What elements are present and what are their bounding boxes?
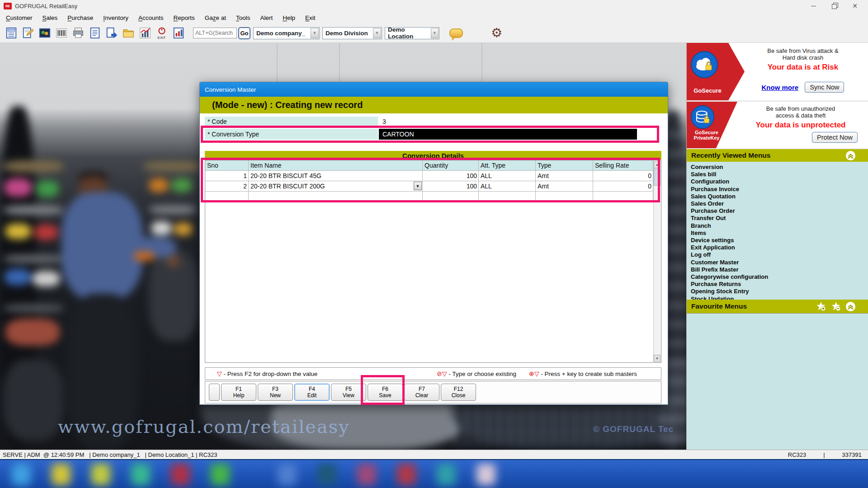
star-minus-icon[interactable]	[830, 301, 841, 312]
cell-item-name[interactable]	[249, 192, 423, 202]
document-transfer-icon[interactable]	[103, 24, 120, 42]
cell-att-type[interactable]	[479, 192, 536, 202]
f7-clear-button[interactable]: F7Clear	[404, 384, 439, 401]
chat-bubble-icon[interactable]	[449, 28, 463, 38]
exit-power-icon[interactable]: EXIT	[153, 24, 170, 42]
cell-selling-rate[interactable]: 0	[593, 181, 653, 192]
scroll-thumb[interactable]	[654, 169, 660, 186]
recent-menu-log-off[interactable]: Log off	[691, 251, 868, 258]
recent-menu-sales-order[interactable]: Sales Order	[691, 200, 868, 207]
recent-menu-purchase-order[interactable]: Purchase Order	[691, 207, 868, 215]
menu-reports[interactable]: Reports	[168, 13, 199, 23]
recent-menu-transfer-out[interactable]: Transfer Out	[691, 215, 868, 222]
company-select[interactable]: Demo company_▼	[253, 27, 320, 39]
cell-type[interactable]	[536, 192, 593, 202]
chevron-down-icon[interactable]: ▼	[431, 28, 439, 38]
menu-exit[interactable]: Exit	[300, 13, 321, 23]
f12-close-button[interactable]: F12Close	[441, 384, 476, 401]
menu-customer[interactable]: Customer	[1, 13, 38, 23]
recent-menu-conversion[interactable]: Conversion	[691, 164, 868, 171]
recent-menu-branch[interactable]: Branch	[691, 222, 868, 230]
combo-dropdown-icon[interactable]: ▼	[414, 182, 422, 190]
billing-icon[interactable]	[3, 24, 19, 42]
recent-menu-purchase-returns[interactable]: Purchase Returns	[691, 281, 868, 288]
know-more-link[interactable]: Know more	[762, 84, 799, 91]
recent-menu-exit-application[interactable]: Exit Application	[691, 244, 868, 251]
item-image-icon[interactable]	[36, 24, 53, 42]
grid-scrollbar[interactable]: ▲ ▼	[653, 161, 660, 362]
photo-shape	[5, 224, 31, 239]
location-select[interactable]: Demo Location▼	[385, 27, 439, 39]
windows-taskbar[interactable]	[0, 459, 868, 488]
menu-purchase[interactable]: Purchase	[62, 13, 98, 23]
recent-menu-device-settings[interactable]: Device settings	[691, 237, 868, 244]
cell-sno[interactable]	[205, 192, 249, 202]
print-icon[interactable]	[70, 24, 86, 42]
cell-sno[interactable]: 2	[205, 181, 249, 192]
scroll-down-icon[interactable]: ▼	[654, 355, 660, 362]
recent-menu-configuration[interactable]: Configuration	[691, 178, 868, 185]
f4-edit-button[interactable]: F4Edit	[294, 384, 330, 401]
recent-menu-items[interactable]: Items	[691, 230, 868, 237]
menu-inventory[interactable]: Inventory	[98, 13, 133, 23]
recent-menu-opening-stock-entry[interactable]: Opening Stock Entry	[691, 288, 868, 295]
f6-save-button[interactable]: F6Save	[368, 384, 403, 401]
report-icon[interactable]	[170, 24, 187, 42]
menu-accounts[interactable]: Accounts	[133, 13, 169, 23]
menu-sales[interactable]: Sales	[38, 13, 63, 23]
sales-edit-icon[interactable]	[19, 24, 36, 42]
dialog-title[interactable]: Conversion Master	[200, 82, 668, 97]
menu-tools[interactable]: Tools	[231, 13, 255, 23]
scroll-up-icon[interactable]: ▲	[654, 161, 660, 168]
recently-viewed-header[interactable]: Recently Viewed Menus	[687, 149, 868, 162]
go-button[interactable]: Go	[238, 27, 250, 39]
f3-new-button[interactable]: F3New	[258, 384, 293, 401]
sales-chart-icon[interactable]	[137, 24, 153, 42]
recent-menu-stock-updation[interactable]: Stock Updation	[691, 296, 868, 300]
favourite-menus-header[interactable]: Favourite Menus	[687, 300, 868, 313]
restore-button[interactable]	[824, 0, 844, 12]
sync-now-button[interactable]: Sync Now	[805, 82, 844, 93]
menu-alert[interactable]: Alert	[255, 13, 278, 23]
cell-sno[interactable]: 1	[205, 171, 249, 181]
cell-selling-rate[interactable]	[593, 192, 653, 202]
chevron-down-icon[interactable]: ▼	[373, 28, 381, 38]
barcode-icon[interactable]	[53, 24, 70, 42]
cell-quantity[interactable]: 100	[423, 171, 479, 181]
code-input[interactable]: 3	[379, 117, 386, 127]
collapse-icon[interactable]	[845, 150, 856, 161]
menu-help[interactable]: Help	[278, 13, 300, 23]
gear-icon[interactable]: ⚙	[491, 27, 502, 39]
f5-view-button[interactable]: F5View	[331, 384, 366, 401]
minimize-button[interactable]	[803, 0, 824, 12]
collapse-icon[interactable]	[845, 301, 856, 312]
code-row: * Code 3	[200, 117, 668, 127]
cell-item-name[interactable]: 20-20 BTR BISCUIT 200G▼	[249, 181, 423, 192]
cell-att-type[interactable]: ALL	[479, 171, 536, 181]
division-select[interactable]: Demo Division▼	[322, 27, 382, 39]
star-plus-icon[interactable]	[816, 301, 826, 312]
close-button[interactable]: ✕	[844, 0, 865, 12]
protect-now-button[interactable]: Protect Now	[812, 132, 858, 143]
blank-button[interactable]	[209, 384, 220, 401]
recent-menu-bill-prefix-master[interactable]: Bill Prefix Master	[691, 266, 868, 273]
recent-menu-sales-bill[interactable]: Sales bill	[691, 171, 868, 178]
f1-help-button[interactable]: F1Help	[221, 384, 256, 401]
recent-menu-categorywise-configuration[interactable]: Categorywise configuration	[691, 273, 868, 281]
recent-menu-customer-master[interactable]: Customer Master	[691, 259, 868, 266]
cell-item-name[interactable]: 20-20 BTR BISCUIT 45G	[249, 171, 423, 181]
search-input[interactable]	[193, 28, 237, 38]
recent-menu-sales-quotation[interactable]: Sales Quotation	[691, 193, 868, 200]
bill-list-icon[interactable]	[86, 24, 103, 42]
cell-selling-rate[interactable]: 0	[593, 171, 653, 181]
cell-quantity[interactable]: 100	[423, 181, 479, 192]
cell-type[interactable]: Amt	[536, 181, 593, 192]
recent-menu-purchase-invoice[interactable]: Purchase Invoice	[691, 186, 868, 193]
chevron-down-icon[interactable]: ▼	[311, 28, 319, 38]
cell-att-type[interactable]: ALL	[479, 181, 536, 192]
cell-quantity[interactable]	[423, 192, 479, 202]
conversion-type-input[interactable]: CARTOON	[379, 129, 637, 140]
menu-gaze-at[interactable]: Gaze at	[200, 13, 231, 23]
folder-icon[interactable]	[120, 24, 137, 42]
cell-type[interactable]: Amt	[536, 171, 593, 181]
